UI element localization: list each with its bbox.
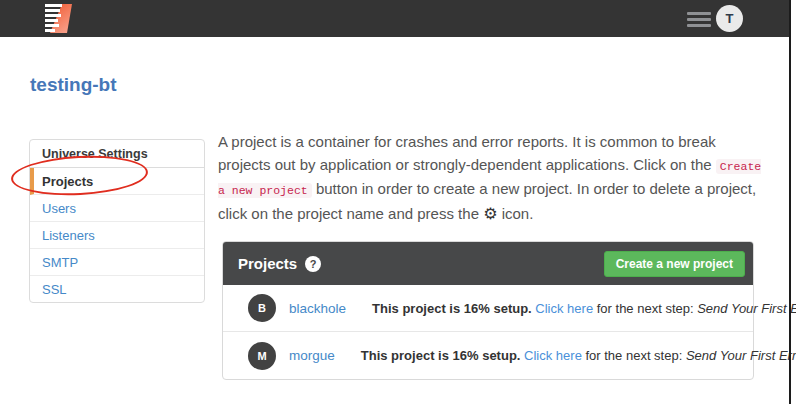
status-bold-text: This project is 16% setup. — [361, 348, 521, 363]
click-here-link[interactable]: Click here — [535, 301, 593, 316]
gear-icon: ⚙ — [483, 205, 497, 222]
sidebar-header: Universe Settings — [30, 140, 204, 168]
screenshot-edge-line — [789, 0, 791, 404]
create-project-button[interactable]: Create a new project — [604, 251, 745, 277]
projects-panel-header: Projects ? Create a new project — [223, 242, 753, 285]
page-title: testing-bt — [30, 74, 117, 96]
menu-bar — [687, 12, 711, 15]
settings-sidebar: Universe Settings Projects Users Listene… — [29, 139, 205, 303]
projects-panel: Projects ? Create a new project B blackh… — [222, 241, 754, 380]
user-avatar[interactable]: T — [716, 5, 743, 32]
sidebar-item-ssl[interactable]: SSL — [30, 276, 204, 302]
sidebar-item-projects[interactable]: Projects — [30, 168, 204, 195]
project-avatar: M — [248, 342, 276, 370]
top-navbar: T — [0, 0, 790, 37]
help-icon[interactable]: ? — [305, 256, 321, 272]
status-italic-text: Send Your First Error. — [686, 348, 796, 363]
intro-text: icon. — [498, 205, 534, 222]
intro-paragraph: A project is a container for crashes and… — [218, 131, 770, 225]
project-name-link[interactable]: blackhole — [289, 301, 346, 316]
menu-bar — [687, 18, 711, 21]
panel-title: Projects — [238, 255, 297, 272]
app-logo-icon[interactable] — [43, 3, 75, 34]
sidebar-item-users[interactable]: Users — [30, 195, 204, 222]
project-status: This project is 16% setup. Click here fo… — [372, 301, 796, 316]
sidebar-item-smtp[interactable]: SMTP — [30, 249, 204, 276]
menu-icon[interactable] — [687, 12, 711, 27]
status-mid-text: for the next step: — [593, 301, 697, 316]
project-avatar: B — [248, 294, 276, 322]
project-status: This project is 16% setup. Click here fo… — [361, 348, 796, 363]
project-row: B blackhole This project is 16% setup. C… — [223, 285, 753, 332]
status-bold-text: This project is 16% setup. — [372, 301, 532, 316]
status-mid-text: for the next step: — [582, 348, 686, 363]
status-italic-text: Send Your First Error. — [697, 301, 796, 316]
click-here-link[interactable]: Click here — [524, 348, 582, 363]
app-window: T testing-bt Universe Settings Projects … — [0, 0, 796, 417]
intro-text: A project is a container for crashes and… — [218, 133, 716, 173]
project-name-link[interactable]: morgue — [289, 348, 335, 363]
project-row: M morgue This project is 16% setup. Clic… — [223, 332, 753, 379]
sidebar-item-listeners[interactable]: Listeners — [30, 222, 204, 249]
menu-bar — [687, 24, 711, 27]
